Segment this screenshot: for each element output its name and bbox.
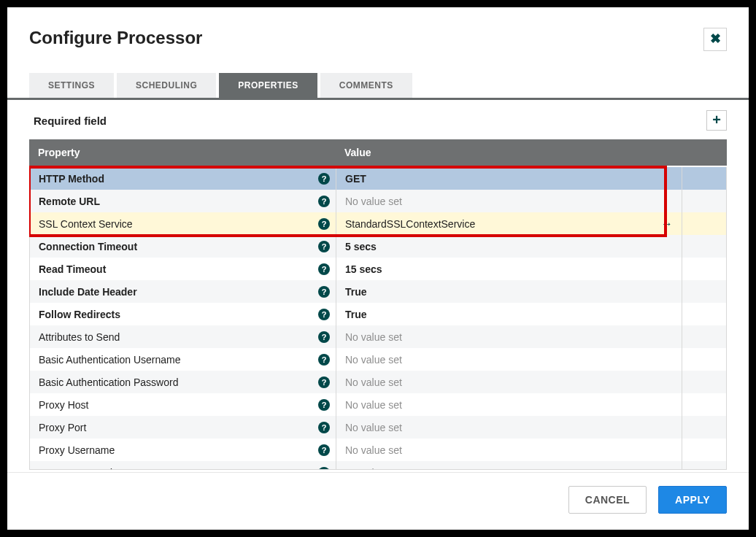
value-cell[interactable]: 5 secs [336,235,682,258]
value-text: 5 secs [345,241,673,252]
property-cell[interactable]: HTTP Method? [30,167,336,190]
help-icon[interactable]: ? [318,218,330,230]
property-cell[interactable]: Remote URL? [30,190,336,212]
value-cell[interactable]: No value set [336,416,682,439]
apply-button[interactable]: APPLY [658,486,727,514]
help-icon[interactable]: ? [318,331,330,343]
tabs: SETTINGSSCHEDULINGPROPERTIESCOMMENTS [7,58,749,100]
value-text: No value set [345,196,673,207]
table-row[interactable]: Basic Authentication Password?No value s… [29,371,727,393]
help-icon[interactable]: ? [318,286,330,298]
help-icon[interactable]: ? [318,196,330,207]
value-text: 15 secs [345,263,673,275]
value-text: No value set [345,422,673,433]
value-cell[interactable]: True [336,280,682,303]
action-cell [682,303,726,325]
table-row[interactable]: Proxy Username?No value set [29,439,727,461]
property-cell[interactable]: Connection Timeout? [30,235,336,258]
help-icon[interactable]: ? [318,309,330,320]
value-text: GET [345,173,673,185]
property-cell[interactable]: Proxy Host? [30,393,336,416]
tab-scheduling[interactable]: SCHEDULING [117,73,216,98]
action-cell [682,325,726,348]
property-name: Proxy Host [39,399,318,411]
table-row[interactable]: Attributes to Send?No value set [29,325,727,348]
property-cell[interactable]: Basic Authentication Password? [30,371,336,393]
table-row[interactable]: Read Timeout?15 secs [29,258,727,280]
value-text: No value set [345,376,673,388]
value-cell[interactable]: 15 secs [336,258,682,280]
value-cell[interactable]: No value set [336,461,682,470]
dialog-footer: CANCEL APPLY [7,472,749,530]
action-cell [682,235,726,258]
table-body[interactable]: HTTP Method?GETRemote URL?No value setSS… [29,167,727,470]
properties-table: Property Value HTTP Method?GETRemote URL… [29,139,727,472]
help-icon[interactable]: ? [318,376,330,388]
value-cell[interactable]: No value set [336,190,682,212]
close-button[interactable]: ✖ [703,28,727,51]
action-cell [682,393,726,416]
property-cell[interactable]: Follow Redirects? [30,303,336,325]
value-cell[interactable]: GET [336,167,682,190]
property-cell[interactable]: Basic Authentication Username? [30,348,336,371]
help-icon[interactable]: ? [318,422,330,433]
column-header-property[interactable]: Property [29,139,336,166]
value-cell[interactable]: No value set [336,371,682,393]
property-name: Basic Authentication Username [39,354,318,366]
help-icon[interactable]: ? [318,444,330,456]
help-icon[interactable]: ? [318,467,330,471]
arrow-right-icon[interactable]: → [661,217,673,231]
property-cell[interactable]: Proxy Password? [30,461,336,470]
property-cell[interactable]: Read Timeout? [30,258,336,280]
table-row[interactable]: Proxy Password?No value set [29,461,727,470]
help-icon[interactable]: ? [318,173,330,185]
table-row[interactable]: Follow Redirects?True [29,303,727,325]
help-icon[interactable]: ? [318,399,330,411]
table-row[interactable]: Connection Timeout?5 secs [29,235,727,258]
required-field-row: Required field + [7,100,749,139]
value-text: No value set [345,444,673,456]
table-row[interactable]: SSL Context Service?StandardSSLContextSe… [29,212,727,235]
value-cell[interactable]: True [336,303,682,325]
action-cell [682,212,726,235]
tab-properties[interactable]: PROPERTIES [219,73,317,98]
value-cell[interactable]: No value set [336,439,682,461]
required-field-label: Required field [34,115,107,127]
action-cell [682,167,726,190]
property-name: Proxy Port [39,422,318,433]
help-icon[interactable]: ? [318,354,330,366]
table-row[interactable]: Include Date Header?True [29,280,727,303]
column-header-value[interactable]: Value [336,139,727,166]
table-header: Property Value [29,139,727,166]
property-cell[interactable]: SSL Context Service? [30,212,336,235]
table-row[interactable]: Proxy Host?No value set [29,393,727,416]
action-cell [682,280,726,303]
table-row[interactable]: Proxy Port?No value set [29,416,727,439]
action-cell [682,439,726,461]
value-cell[interactable]: No value set [336,325,682,348]
action-cell [682,371,726,393]
table-row[interactable]: Remote URL?No value set [29,190,727,212]
property-cell[interactable]: Proxy Username? [30,439,336,461]
add-property-button[interactable]: + [706,110,727,131]
property-name: Include Date Header [39,286,318,298]
action-cell [682,258,726,280]
value-cell[interactable]: No value set [336,393,682,416]
help-icon[interactable]: ? [318,241,330,252]
help-icon[interactable]: ? [318,263,330,275]
value-cell[interactable]: No value set [336,348,682,371]
property-name: Proxy Username [39,444,318,456]
table-row[interactable]: Basic Authentication Username?No value s… [29,348,727,371]
table-row[interactable]: HTTP Method?GET [29,167,727,190]
value-cell[interactable]: StandardSSLContextService→ [336,212,682,235]
cancel-button[interactable]: CANCEL [568,486,647,514]
property-name: Follow Redirects [39,309,318,320]
property-name: Basic Authentication Password [39,376,318,388]
property-name: SSL Context Service [39,218,318,230]
tab-settings[interactable]: SETTINGS [29,73,114,98]
tab-comments[interactable]: COMMENTS [320,73,412,98]
property-name: Remote URL [39,196,318,207]
property-cell[interactable]: Attributes to Send? [30,325,336,348]
property-cell[interactable]: Proxy Port? [30,416,336,439]
property-cell[interactable]: Include Date Header? [30,280,336,303]
